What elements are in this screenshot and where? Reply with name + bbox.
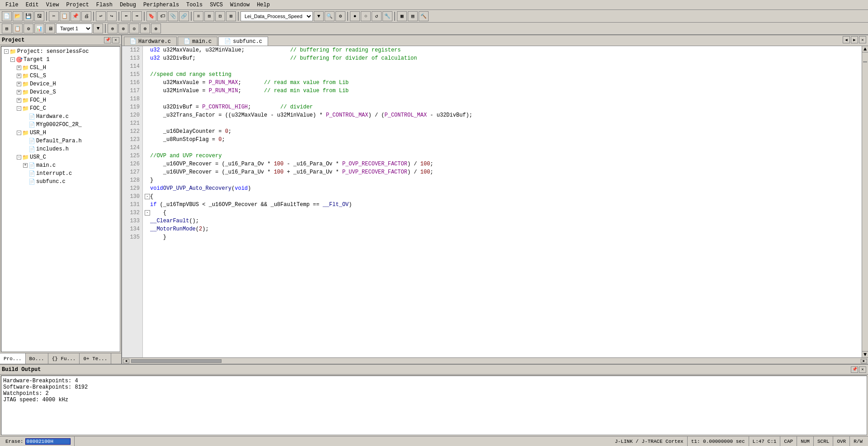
tab-close[interactable]: ✕ <box>859 36 866 43</box>
redo-btn[interactable]: ↪ <box>107 11 117 21</box>
t2-btn5[interactable]: 🖥 <box>45 23 55 33</box>
panel-tab-templates[interactable]: 0+ Te... <box>80 353 111 364</box>
indent2-btn[interactable]: ⊞ <box>204 11 214 21</box>
save-all-btn[interactable]: 🖫 <box>34 11 44 21</box>
t2-btn8[interactable]: ⊙ <box>129 23 139 33</box>
display-btn[interactable]: ▦ <box>397 11 407 21</box>
stop-btn[interactable]: ○ <box>361 11 371 21</box>
tree-foc-h[interactable]: + 📁 FOC_H <box>2 96 119 104</box>
panel-pin-btn[interactable]: 📌 <box>104 37 111 43</box>
hscroll-left-btn[interactable]: ◀ <box>123 359 129 363</box>
bookmark2-btn[interactable]: 🏷 <box>157 11 167 21</box>
bookmark-btn[interactable]: 🔖 <box>146 11 156 21</box>
csl-s-collapse[interactable]: + <box>17 74 21 78</box>
copy-btn[interactable]: 📋 <box>60 11 70 21</box>
menu-flash[interactable]: Flash <box>93 1 116 9</box>
scroll-up-btn[interactable]: ▲ <box>862 46 868 52</box>
panel-tab-books[interactable]: Bo... <box>26 353 48 364</box>
tree-root[interactable]: - 📁 Project: sensorlessFoc <box>2 47 119 56</box>
config-btn[interactable]: 🔧 <box>382 11 392 21</box>
collapse-132[interactable]: - <box>145 210 150 216</box>
cut-btn[interactable]: ✂ <box>49 11 59 21</box>
tree-main-c[interactable]: + 📄 main.c <box>2 161 119 169</box>
t2-btn7[interactable]: ⊗ <box>118 23 128 33</box>
vertical-scrollbar[interactable]: ▲ ▼ <box>862 46 868 357</box>
menu-svcs[interactable]: SVCS <box>206 1 226 9</box>
search-btn[interactable]: 🔍 <box>325 11 335 21</box>
menu-project[interactable]: Project <box>62 1 92 9</box>
build-pin-btn[interactable]: 📌 <box>851 366 858 373</box>
tab-subfunc-c[interactable]: 📄 subfunc.c <box>218 37 268 46</box>
tree-includes[interactable]: 📄 includes.h <box>2 145 119 153</box>
indent-btn[interactable]: ≡ <box>193 11 203 21</box>
nav-fwd-btn[interactable]: ➡ <box>132 11 142 21</box>
menu-edit[interactable]: Edit <box>22 1 42 9</box>
scroll-down-btn[interactable]: ▼ <box>862 351 868 357</box>
settings-btn[interactable]: ⚙ <box>335 11 345 21</box>
tree-device-h[interactable]: + 📁 Device_H <box>2 80 119 88</box>
t2-btn6[interactable]: ⊕ <box>108 23 118 33</box>
tree-target[interactable]: - 🎯 Target 1 <box>2 56 119 64</box>
code-content[interactable]: u32 u32MaxVaule, u32MinValue; // bufferi… <box>143 46 862 357</box>
undo-btn[interactable]: ↩ <box>96 11 106 21</box>
open-file-btn[interactable]: 📂 <box>13 11 23 21</box>
menu-help[interactable]: Help <box>253 1 274 9</box>
indent3-btn[interactable]: ⊟ <box>215 11 225 21</box>
t2-btn4[interactable]: 📊 <box>34 23 44 33</box>
wrench-btn[interactable]: 🔨 <box>419 11 429 21</box>
t2-btn2[interactable]: 📋 <box>13 23 23 33</box>
bookmark4-btn[interactable]: 🔗 <box>179 11 189 21</box>
tab-nav-left[interactable]: ◀ <box>843 36 850 43</box>
print-btn[interactable]: 🖨 <box>81 11 91 21</box>
tab-main-c[interactable]: 📄 main.c <box>178 37 217 46</box>
indent4-btn[interactable]: ⊠ <box>226 11 236 21</box>
usr-h-collapse[interactable]: - <box>17 131 21 135</box>
collapse-130[interactable]: - <box>145 194 150 199</box>
panel-close-btn[interactable]: ✕ <box>112 37 119 43</box>
tree-myg-file[interactable]: 📄 MYg0002FOC_2R_ <box>2 121 119 129</box>
run-btn[interactable]: ● <box>350 11 360 21</box>
nav-back-btn[interactable]: ⬅ <box>121 11 131 21</box>
root-collapse[interactable]: - <box>4 49 9 54</box>
foc-h-collapse[interactable]: + <box>17 98 21 103</box>
project-dropdown[interactable]: Lei_Data_Process_Speed <box>241 11 313 21</box>
scroll-thumb[interactable] <box>863 61 867 62</box>
tree-subfunc-c[interactable]: 📄 subfunc.c <box>2 178 119 186</box>
horizontal-scrollbar[interactable]: ◀ ▶ <box>122 357 868 364</box>
tree-csl-s[interactable]: + 📁 CSL_S <box>2 72 119 80</box>
t2-btn1[interactable]: ⊞ <box>2 23 12 33</box>
menu-debug[interactable]: Debug <box>116 1 140 9</box>
target-collapse[interactable]: - <box>10 57 15 62</box>
tree-default-para[interactable]: 📄 Default_Para.h <box>2 137 119 145</box>
tree-hardware-c[interactable]: 📄 Hardware.c <box>2 113 119 121</box>
device-s-collapse[interactable]: + <box>17 90 21 94</box>
panel-tab-functions[interactable]: {} Fu... <box>48 353 80 364</box>
new-file-btn[interactable]: 📄 <box>2 11 12 21</box>
dropdown-btn[interactable]: ▼ <box>314 11 324 21</box>
main-c-collapse[interactable]: + <box>23 163 28 168</box>
tree-foc-c[interactable]: - 📁 FOC_C <box>2 104 119 113</box>
tree-usr-h[interactable]: - 📁 USR_H <box>2 129 119 137</box>
paste-btn[interactable]: 📌 <box>71 11 80 21</box>
menu-tools[interactable]: Tools <box>183 1 206 9</box>
usr-c-collapse[interactable]: - <box>17 155 21 160</box>
t2-btn10[interactable]: ⊛ <box>151 23 161 33</box>
tab-nav-right[interactable]: ▶ <box>851 36 858 43</box>
tree-interrupt-c[interactable]: 📄 interrupt.c <box>2 169 119 178</box>
menu-view[interactable]: View <box>42 1 63 9</box>
device-h-collapse[interactable]: + <box>17 82 21 86</box>
display2-btn[interactable]: ▤ <box>408 11 418 21</box>
save-btn[interactable]: 💾 <box>24 11 33 21</box>
t2-btn3[interactable]: ⚙ <box>24 23 33 33</box>
bookmark3-btn[interactable]: 📎 <box>168 11 178 21</box>
tree-usr-c[interactable]: - 📁 USR_C <box>2 153 119 161</box>
t2-btn9[interactable]: ⊚ <box>140 23 150 33</box>
menu-peripherals[interactable]: Peripherals <box>140 1 183 9</box>
reset-btn[interactable]: ↺ <box>372 11 382 21</box>
menu-file[interactable]: File <box>2 1 22 9</box>
menu-window[interactable]: Window <box>226 1 253 9</box>
hscroll-thumb[interactable] <box>131 359 222 363</box>
csl-h-collapse[interactable]: + <box>17 66 21 70</box>
hscroll-right-btn[interactable]: ▶ <box>861 359 867 363</box>
tab-hardware-c[interactable]: 📄 Hardware.c <box>124 37 177 46</box>
